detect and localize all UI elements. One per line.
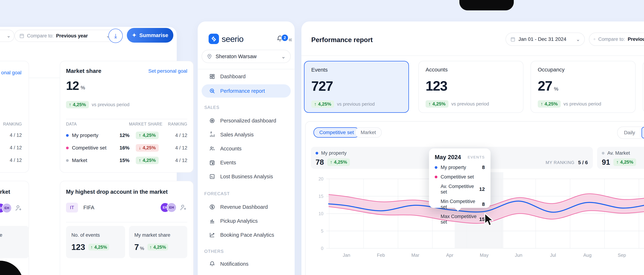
sidebar-item-pickup-analytics[interactable]: Pickup Analytics <box>209 217 258 225</box>
date-range-value: Jan 01 - Dec 31 2024 <box>518 36 566 42</box>
collapse-sidebar-icon[interactable]: « <box>288 36 292 43</box>
my-property-dot <box>66 134 69 137</box>
brand-wordmark: seerio <box>222 34 244 44</box>
sidebar-item-dashboard[interactable]: Dashboard <box>209 72 246 81</box>
svg-text:Mar: Mar <box>411 252 419 258</box>
sidebar-item-lost-business[interactable]: Lost Business Analysis <box>209 172 273 181</box>
main-panel: Performance report Jan 01 - Dec 31 2024 … <box>302 22 644 275</box>
card-title: Market share <box>66 68 101 74</box>
sidebar-item-accounts[interactable]: Accounts <box>209 144 242 153</box>
table-row: Market 15% ↑4,25% 4 / 12 <box>66 155 187 165</box>
market-dot <box>66 159 69 162</box>
left-toolbar: ⌄ Compare to: Previous year ⌄ ⤓ ✦ Summar… <box>0 28 177 49</box>
trend-up-icon: ↑ <box>428 101 431 107</box>
chevron-down-icon: ⌄ <box>6 33 11 38</box>
sidebar-item-personalized-dashboard[interactable]: Personalized dashboard <box>209 116 276 125</box>
calendar-icon <box>510 37 516 42</box>
my-ranking-label: MY RANKING <box>546 160 574 165</box>
sidebar-item-notifications[interactable]: Notifications <box>209 259 248 268</box>
svg-text:Sep: Sep <box>618 252 626 258</box>
sales-analysis-icon <box>209 132 216 138</box>
card-title: My highest drop account in the market <box>66 189 168 195</box>
svg-text:May: May <box>480 252 488 258</box>
tab-competitive-set[interactable]: Competitive set <box>314 127 360 138</box>
page-title: Performance report <box>311 36 373 44</box>
divider <box>198 69 295 69</box>
divider <box>302 56 644 56</box>
svg-text:Apr: Apr <box>446 252 454 258</box>
trend-down-icon: ↓ <box>139 145 141 151</box>
trend-up-icon: ↑ <box>90 244 93 250</box>
svg-text:15: 15 <box>318 194 324 199</box>
granularity-daily[interactable]: Daily <box>618 127 642 138</box>
tooltip-row: My property 8 <box>435 165 485 170</box>
sidebar-item-booking-pace[interactable]: Booking Pace Analytics <box>209 231 274 239</box>
events-chart-card: Competitive set Market Daily Mo My prope… <box>305 121 644 275</box>
kpi-card-accounts[interactable]: Accounts 123 ↑4,25% vs previous period <box>418 61 524 113</box>
ranking-value: 4 / 12 <box>10 132 22 138</box>
compare-label: Compare to: <box>27 33 54 39</box>
trend-up-icon: ↑ <box>150 244 152 250</box>
granularity-monthly[interactable]: Mo <box>642 127 644 138</box>
competitive-set-dot <box>435 176 438 178</box>
trend-up-icon: ↑ <box>330 159 332 165</box>
my-ranking-value: 5 / 6 <box>578 160 588 165</box>
summarise-button[interactable]: ✦ Summarise <box>127 28 173 43</box>
sidebar-item-performance-report[interactable]: Performance report <box>202 84 291 98</box>
chart-tooltip: May 2024 EVENTS My property 8 Competitiv… <box>429 148 490 208</box>
divider <box>66 222 187 222</box>
calendar-icon <box>594 37 595 42</box>
kpi-card-events[interactable]: Events 727 ↑4,25% vs previous period <box>304 61 409 113</box>
avatar-group: EH EH <box>0 203 22 213</box>
location-pin-icon <box>206 54 212 59</box>
kpi-card-partial[interactable] <box>643 61 644 113</box>
tab-market[interactable]: Market <box>355 127 382 138</box>
sidebar-item-sales-analysis[interactable]: Sales Analysis <box>209 130 254 139</box>
partial-dropdown[interactable]: ⌄ <box>0 30 14 42</box>
add-person-icon[interactable] <box>180 204 187 211</box>
property-selector[interactable]: Sheraton Warsaw ⌄ <box>202 50 291 63</box>
set-personal-goal-link-partial[interactable]: onal goal <box>1 70 22 76</box>
calendar-icon <box>19 33 24 39</box>
kpi-card-occupancy[interactable]: Occupancy 27% ↑4,25% vs previous period <box>530 61 636 113</box>
compare-label: Compare to: <box>598 37 625 42</box>
section-header-others: OTHERS <box>204 249 224 254</box>
svg-text:10: 10 <box>318 211 324 216</box>
granularity-toggle[interactable]: Daily Mo <box>617 127 644 139</box>
events-calendar-icon <box>209 160 216 166</box>
date-range-dropdown[interactable]: Jan 01 - Dec 31 2024 ⌄ <box>506 33 585 46</box>
my-property-dot <box>316 152 318 154</box>
my-property-dot <box>435 166 438 169</box>
svg-text:20: 20 <box>318 176 324 181</box>
compare-value: Previous year <box>628 37 644 42</box>
ranking-header: RANKING <box>3 122 22 127</box>
set-personal-goal-link[interactable]: Set personal goal <box>148 68 187 74</box>
av-market-stat-panel: Av. Market 91 ↑4,25% <box>597 147 644 169</box>
compare-to-dropdown[interactable]: Compare to: Previous year ⌄ <box>14 30 115 42</box>
trend-up-icon: ↑ <box>540 101 543 107</box>
account-name: FIFA <box>83 205 94 210</box>
download-button[interactable]: ⤓ <box>108 29 123 43</box>
industry-tag: IT <box>66 203 78 212</box>
bell-icon <box>209 261 216 267</box>
sidebar-item-revenue-dashboard[interactable]: Revenue Dashboard <box>209 203 268 211</box>
svg-text:Feb: Feb <box>377 252 385 258</box>
table-row: Competitive set 16% ↓4,25% 4 / 12 <box>66 143 187 153</box>
lost-business-icon <box>209 173 216 180</box>
stat-box-partial: e <box>0 226 29 258</box>
tooltip-row: Competitive set <box>435 174 485 180</box>
delta-badge: ↑4,25% <box>66 101 89 108</box>
add-person-icon[interactable] <box>15 204 22 212</box>
stat-box-events: No. of events 123 ↑4,25% <box>66 226 125 258</box>
svg-text:Aug: Aug <box>583 252 592 258</box>
card-title-partial: rket <box>0 189 10 195</box>
sidebar-item-events[interactable]: Events <box>209 158 236 167</box>
svg-text:Jul: Jul <box>550 252 556 258</box>
partial-goal-card: onal goal RANKING 4 / 12 4 / 12 4 / 12 <box>0 61 29 173</box>
chevron-down-icon: ⌄ <box>281 53 286 60</box>
section-header-forecast: FORECAST <box>204 191 230 196</box>
seerio-logo-icon <box>208 34 219 44</box>
stat-box-market-share: My market share 7% ↑4,25% <box>129 226 187 258</box>
download-icon: ⤓ <box>114 33 117 39</box>
compare-to-dropdown[interactable]: Compare to: Previous year <box>589 33 644 46</box>
